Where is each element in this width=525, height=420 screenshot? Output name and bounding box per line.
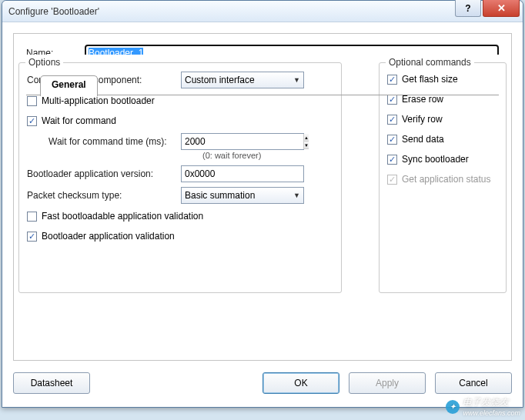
chevron-down-icon: ▼ [293, 76, 300, 84]
optional-commands-group: Optional commands ✓Get flash size ✓Erase… [379, 62, 507, 293]
app-version-input[interactable] [181, 165, 304, 182]
datasheet-button[interactable]: Datasheet [13, 372, 90, 394]
wait-time-hint: (0: wait forever) [202, 151, 333, 160]
get-flash-checkbox[interactable]: ✓Get flash size [387, 69, 498, 89]
spin-up-icon[interactable]: ▲ [304, 134, 309, 142]
options-group: Options Communication component: Custom … [18, 62, 342, 293]
watermark: ✦ 电子发烧友 www.elecfans.com [446, 396, 520, 417]
chevron-down-icon: ▼ [293, 192, 300, 199]
titlebar: Configure 'Bootloader' ? ✕ [2, 1, 523, 22]
cancel-button[interactable]: Cancel [435, 372, 512, 394]
sync-bootloader-checkbox[interactable]: ✓Sync bootloader [387, 149, 498, 169]
app-version-label: Bootloader application version: [27, 168, 181, 179]
wait-time-label: Wait for command time (ms): [48, 136, 181, 147]
close-button[interactable]: ✕ [483, 0, 520, 17]
ok-button[interactable]: OK [262, 372, 339, 394]
erase-row-checkbox[interactable]: ✓Erase row [387, 89, 498, 109]
wait-for-command-checkbox[interactable]: ✓ Wait for command [27, 111, 333, 131]
tab-panel: Options Communication component: Custom … [14, 55, 511, 360]
button-bar: Datasheet OK Apply Cancel [13, 370, 512, 396]
wait-time-input[interactable]: ▲ ▼ [181, 133, 304, 150]
spin-down-icon[interactable]: ▼ [304, 142, 309, 149]
checksum-type-select[interactable]: Basic summation ▼ [181, 187, 304, 204]
window-title: Configure 'Bootloader' [8, 6, 99, 17]
fast-validation-checkbox[interactable]: Fast bootloadable application validation [27, 206, 333, 226]
help-button[interactable]: ? [455, 0, 481, 17]
verify-row-checkbox[interactable]: ✓Verify row [387, 109, 498, 129]
checksum-type-label: Packet checksum type: [27, 190, 181, 201]
get-app-status-checkbox: ✓Get application status [387, 169, 498, 189]
comm-component-select[interactable]: Custom interface ▼ [181, 72, 304, 88]
tab-general[interactable]: General [40, 75, 98, 96]
send-data-checkbox[interactable]: ✓Send data [387, 129, 498, 149]
dialog-window: Configure 'Bootloader' ? ✕ Name: General… [2, 0, 523, 408]
apply-button[interactable]: Apply [349, 372, 426, 394]
content-panel: Name: General Built-in ◁ ▷ Options Commu… [13, 33, 512, 361]
bootloader-validation-checkbox[interactable]: ✓ Bootloader application validation [27, 226, 333, 246]
watermark-logo-icon: ✦ [446, 400, 460, 414]
options-legend: Options [25, 57, 63, 68]
optcmd-legend: Optional commands [386, 57, 474, 68]
